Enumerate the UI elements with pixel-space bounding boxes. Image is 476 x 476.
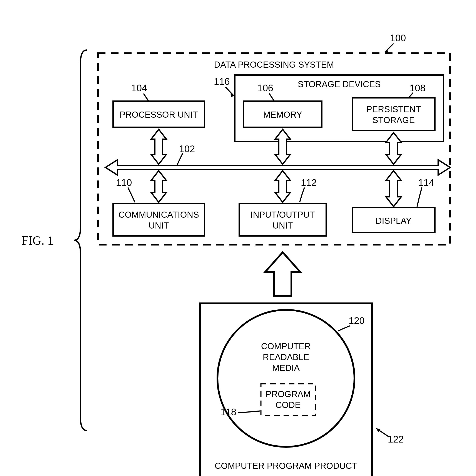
- arrow-memory-bus: [275, 129, 290, 164]
- io-label-2: UNIT: [272, 221, 293, 230]
- storage-devices-title: STORAGE DEVICES: [298, 79, 381, 89]
- ref-120: 120: [349, 315, 364, 326]
- arrow-comm-bus: [151, 171, 166, 202]
- persistent-label-1: PERSISTENT: [366, 104, 421, 114]
- io-unit-box: INPUT/OUTPUT UNIT: [239, 203, 326, 236]
- ref-104: 104: [131, 83, 147, 93]
- arrow-processor-bus: [151, 129, 166, 164]
- arrow-persistent-bus: [386, 133, 401, 164]
- system-title: DATA PROCESSING SYSTEM: [214, 60, 334, 69]
- svg-rect-8: [113, 203, 204, 236]
- io-label-1: INPUT/OUTPUT: [251, 210, 315, 220]
- computer-program-product: COMPUTER PROGRAM PRODUCT 122 COMPUTER RE…: [200, 303, 404, 476]
- svg-marker-12: [275, 129, 290, 164]
- storage-devices-box: STORAGE DEVICES 116 MEMORY 106 PERSISTEN…: [214, 75, 443, 141]
- svg-marker-11: [151, 129, 166, 164]
- display-label: DISPLAY: [375, 216, 412, 225]
- comm-label-2: UNIT: [149, 221, 169, 230]
- code-line1: PROGRAM: [266, 389, 311, 399]
- svg-rect-5: [352, 98, 435, 131]
- media-line3: MEDIA: [272, 363, 300, 373]
- comm-label-1: COMMUNICATIONS: [119, 210, 199, 220]
- svg-marker-13: [386, 133, 401, 164]
- processor-unit-box: PROCESSOR UNIT: [113, 101, 204, 127]
- arrow-display-bus: [386, 171, 401, 206]
- media-line1: COMPUTER: [261, 341, 311, 351]
- product-title: COMPUTER PROGRAM PRODUCT: [215, 461, 357, 471]
- ref-112: 112: [301, 177, 317, 188]
- figure-brace: [74, 50, 87, 431]
- diagram-root: FIG. 1 DATA PROCESSING SYSTEM 100 STORAG…: [0, 0, 476, 476]
- svg-marker-16: [386, 171, 401, 206]
- ref-122: 122: [388, 434, 404, 444]
- ref-100: 100: [390, 33, 406, 43]
- data-processing-system: DATA PROCESSING SYSTEM 100 STORAGE DEVIC…: [98, 33, 450, 245]
- persistent-storage-box: PERSISTENT STORAGE: [352, 98, 435, 131]
- code-line2: CODE: [275, 400, 301, 410]
- persistent-label-2: STORAGE: [373, 115, 415, 125]
- memory-label: MEMORY: [263, 110, 302, 119]
- svg-rect-9: [239, 203, 326, 236]
- memory-box: MEMORY: [244, 101, 322, 127]
- svg-marker-14: [151, 171, 166, 202]
- processor-label: PROCESSOR UNIT: [119, 110, 198, 119]
- arrow-io-bus: [275, 171, 290, 202]
- figure-label: FIG. 1: [22, 234, 53, 247]
- media-line2: READABLE: [263, 352, 309, 362]
- display-box: DISPLAY: [352, 208, 435, 233]
- ref-110: 110: [116, 177, 132, 188]
- computer-readable-media: [218, 310, 355, 447]
- arrow-product-to-system: [265, 252, 300, 296]
- ref-102: 102: [179, 144, 195, 154]
- ref-106: 106: [257, 83, 273, 93]
- ref-116: 116: [214, 76, 230, 87]
- svg-marker-15: [275, 171, 290, 202]
- ref-108: 108: [409, 83, 425, 93]
- ref-118: 118: [220, 407, 236, 417]
- svg-marker-17: [265, 252, 300, 296]
- ref-114: 114: [418, 177, 434, 188]
- communications-unit-box: COMMUNICATIONS UNIT: [113, 203, 204, 236]
